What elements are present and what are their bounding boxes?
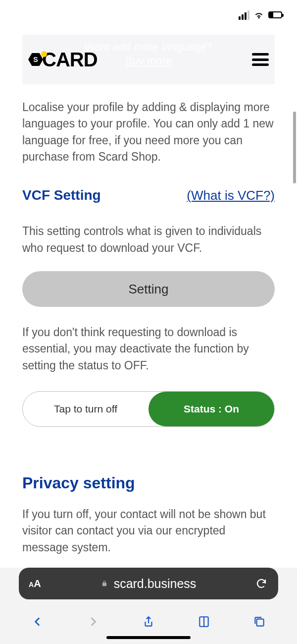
- text-size-button[interactable]: AA: [29, 578, 41, 589]
- toggle-off-label: Tap to turn off: [23, 392, 148, 426]
- vcf-description: This setting controls what is given to i…: [22, 223, 275, 256]
- back-button[interactable]: [31, 615, 44, 628]
- share-button[interactable]: [142, 615, 155, 628]
- forward-button[interactable]: [87, 615, 99, 628]
- logo-text: CARD: [42, 49, 98, 71]
- privacy-description: If you turn off, your contact will not b…: [22, 506, 275, 556]
- logo[interactable]: S ⚡ CARD: [28, 49, 98, 71]
- cellular-icon: [239, 10, 249, 20]
- tabs-button[interactable]: [253, 615, 266, 628]
- vcf-help-link[interactable]: (What is VCF?): [187, 188, 275, 203]
- app-header: S ⚡ CARD Want add more language? Buy mor…: [22, 35, 275, 84]
- scroll-indicator[interactable]: [293, 112, 296, 183]
- vcf-status-toggle[interactable]: Tap to turn off Status : On: [22, 391, 275, 427]
- vcf-title: VCF Setting: [22, 187, 101, 203]
- wifi-icon: [253, 9, 264, 20]
- device-status-bar: [0, 0, 297, 30]
- svg-rect-0: [257, 619, 264, 626]
- reload-icon[interactable]: [255, 578, 267, 589]
- home-indicator[interactable]: [106, 636, 191, 639]
- menu-button[interactable]: [252, 53, 269, 66]
- browser-chrome: AA scard.business: [0, 558, 297, 644]
- promo-banner-text: Want add more language?: [85, 41, 212, 53]
- vcf-section-header: VCF Setting (What is VCF?): [22, 187, 275, 203]
- lock-icon: [101, 580, 108, 587]
- bookmarks-button[interactable]: [198, 615, 210, 628]
- vcf-setting-button[interactable]: Setting: [22, 271, 275, 307]
- toggle-on-label: Status : On: [148, 392, 274, 426]
- privacy-title: Privacy setting: [22, 474, 275, 492]
- address-bar[interactable]: AA scard.business: [19, 568, 278, 599]
- vcf-note: If you don't think requesting to downloa…: [22, 324, 275, 374]
- logo-badge-icon: ⚡: [41, 51, 47, 57]
- url-text: scard.business: [114, 577, 197, 591]
- language-description: Localise your profile by adding & displa…: [22, 99, 275, 165]
- battery-icon: [268, 11, 282, 18]
